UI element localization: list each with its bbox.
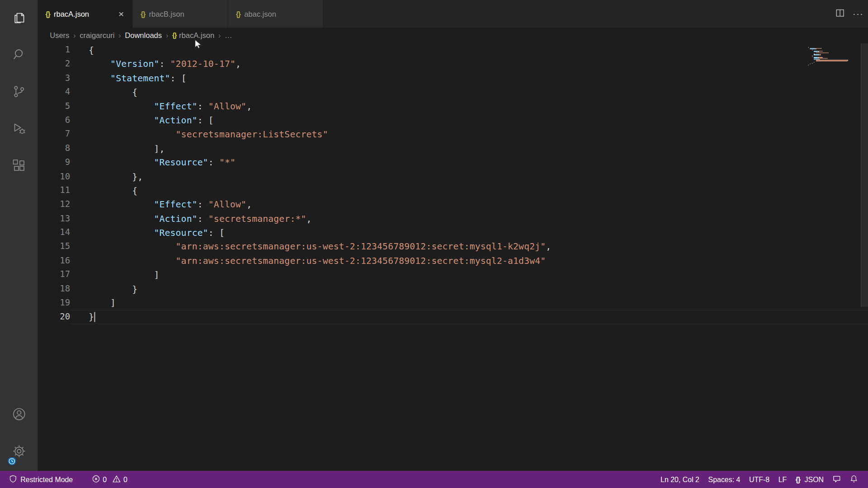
line-number: 3 xyxy=(38,71,70,85)
shield-icon xyxy=(9,474,17,484)
line-number: 6 xyxy=(38,113,70,127)
extensions-icon xyxy=(11,158,26,175)
line-number: 9 xyxy=(38,155,70,169)
chevron-right-icon: › xyxy=(218,31,221,40)
tab-bar: {} rbacA.json × {} rbacB.json {} abac.js… xyxy=(38,0,868,28)
code-line[interactable]: 1{ xyxy=(38,43,868,57)
sidebar-item-search[interactable] xyxy=(0,37,38,74)
settings-clock-badge xyxy=(8,457,16,465)
problems-button[interactable]: 0 0 xyxy=(87,471,132,488)
minimap-content xyxy=(808,45,860,63)
language-mode-button[interactable]: {} JSON xyxy=(791,471,828,488)
breadcrumb-item-file[interactable]: {} rbacA.json xyxy=(172,31,214,39)
line-number: 8 xyxy=(38,141,70,155)
tab-abac-json[interactable]: {} abac.json xyxy=(228,0,323,28)
tab-label: rbacB.json xyxy=(149,9,184,18)
sidebar-item-extensions[interactable] xyxy=(0,148,38,185)
encoding-button[interactable]: UTF-8 xyxy=(745,471,774,488)
chevron-right-icon: › xyxy=(73,31,76,40)
breadcrumb-item-downloads[interactable]: Downloads xyxy=(125,31,162,39)
code-line[interactable]: 18 } xyxy=(38,282,868,296)
code-line[interactable]: 5 "Effect": "Allow", xyxy=(38,99,868,113)
breadcrumb-item-craigarcuri[interactable]: craigarcuri xyxy=(80,31,114,39)
status-bar-right: Ln 20, Col 2 Spaces: 4 UTF-8 LF {} JSON xyxy=(656,471,862,488)
line-number: 2 xyxy=(38,57,70,71)
code-line[interactable]: 10 }, xyxy=(38,169,868,183)
cursor-position-button[interactable]: Ln 20, Col 2 xyxy=(656,471,703,488)
status-bar: Restricted Mode 0 0 Ln 20, Col 2 Spaces:… xyxy=(0,471,868,488)
json-file-icon: {} xyxy=(141,9,145,18)
breadcrumb: Users › craigarcuri › Downloads › {} rba… xyxy=(38,28,868,43)
scrollbar[interactable] xyxy=(861,43,868,307)
breadcrumb-item-users[interactable]: Users xyxy=(50,31,69,39)
error-icon xyxy=(92,474,101,484)
line-number: 5 xyxy=(38,99,70,113)
line-number: 17 xyxy=(38,268,70,282)
line-number: 18 xyxy=(38,282,70,296)
tab-label: abac.json xyxy=(244,9,276,18)
code-line[interactable]: 12 "Effect": "Allow", xyxy=(38,198,868,212)
code-line[interactable]: 14 "Resource": [ xyxy=(38,226,868,240)
json-file-icon: {} xyxy=(45,9,50,18)
line-number: 12 xyxy=(38,198,70,212)
source-control-icon xyxy=(11,84,26,101)
code-line[interactable]: 17 ] xyxy=(38,268,868,282)
restricted-mode-button[interactable]: Restricted Mode xyxy=(5,471,77,488)
code-line[interactable]: 11 { xyxy=(38,183,868,197)
tab-rbacA-json[interactable]: {} rbacA.json × xyxy=(38,0,133,28)
code-line[interactable]: 7 "secretsmanager:ListSecrets" xyxy=(38,127,868,141)
error-count: 0 xyxy=(103,475,107,483)
line-number: 4 xyxy=(38,85,70,99)
line-number: 11 xyxy=(38,183,70,197)
eol-button[interactable]: LF xyxy=(774,471,791,488)
code-line[interactable]: 8 ], xyxy=(38,141,868,155)
editor[interactable]: 1{2 "Version": "2012-10-17",3 "Statement… xyxy=(38,43,868,471)
more-actions-icon[interactable]: ··· xyxy=(853,8,863,19)
code-line[interactable]: 15 "arn:aws:secretsmanager:us-west-2:123… xyxy=(38,240,868,254)
split-editor-icon[interactable] xyxy=(835,8,845,20)
run-debug-icon xyxy=(11,121,26,138)
code-line[interactable]: 4 { xyxy=(38,85,868,99)
editor-actions: ··· xyxy=(835,0,863,28)
tab-rbacB-json[interactable]: {} rbacB.json xyxy=(133,0,228,28)
breadcrumb-overflow[interactable]: … xyxy=(225,31,232,39)
code-line[interactable]: 2 "Version": "2012-10-17", xyxy=(38,57,868,71)
sidebar-item-run-debug[interactable] xyxy=(0,111,38,148)
line-number: 13 xyxy=(38,212,70,226)
bell-icon xyxy=(850,474,858,484)
code-line[interactable]: 20} xyxy=(38,310,868,324)
close-tab-icon[interactable]: × xyxy=(116,8,127,19)
accounts-button[interactable] xyxy=(0,397,38,434)
sidebar-item-source-control[interactable] xyxy=(0,74,38,111)
code-line[interactable]: 9 "Resource": "*" xyxy=(38,155,868,169)
code-lines: 1{2 "Version": "2012-10-17",3 "Statement… xyxy=(38,43,868,324)
code-line[interactable]: 3 "Statement": [ xyxy=(38,71,868,85)
json-file-icon: {} xyxy=(236,9,241,18)
vscode-window: {} rbacA.json × {} rbacB.json {} abac.js… xyxy=(0,0,868,488)
line-number: 10 xyxy=(38,169,70,183)
line-number: 19 xyxy=(38,296,70,310)
code-line[interactable]: 16 "arn:aws:secretsmanager:us-west-2:123… xyxy=(38,254,868,268)
line-number: 15 xyxy=(38,240,70,254)
activity-bar xyxy=(0,0,38,471)
explorer-icon xyxy=(11,10,26,27)
code-line[interactable]: 6 "Action": [ xyxy=(38,113,868,127)
restricted-mode-label: Restricted Mode xyxy=(20,475,73,483)
sidebar-item-explorer[interactable] xyxy=(0,0,38,37)
editor-group: {} rbacA.json × {} rbacB.json {} abac.js… xyxy=(38,0,868,471)
settings-button[interactable] xyxy=(0,434,38,471)
json-braces-icon: {} xyxy=(796,475,800,483)
notifications-button[interactable] xyxy=(845,471,863,488)
code-line[interactable]: 19 ] xyxy=(38,296,868,310)
chevron-right-icon: › xyxy=(166,31,169,40)
warning-count: 0 xyxy=(123,475,127,483)
code-line[interactable]: 13 "Action": "secretsmanager:*", xyxy=(38,212,868,226)
line-number: 1 xyxy=(38,43,70,57)
search-icon xyxy=(11,47,26,64)
indentation-button[interactable]: Spaces: 4 xyxy=(704,471,745,488)
text-caret xyxy=(94,312,95,322)
json-file-icon: {} xyxy=(172,32,176,39)
minimap[interactable] xyxy=(808,43,860,64)
line-number: 20 xyxy=(38,310,70,324)
feedback-button[interactable] xyxy=(828,471,845,488)
